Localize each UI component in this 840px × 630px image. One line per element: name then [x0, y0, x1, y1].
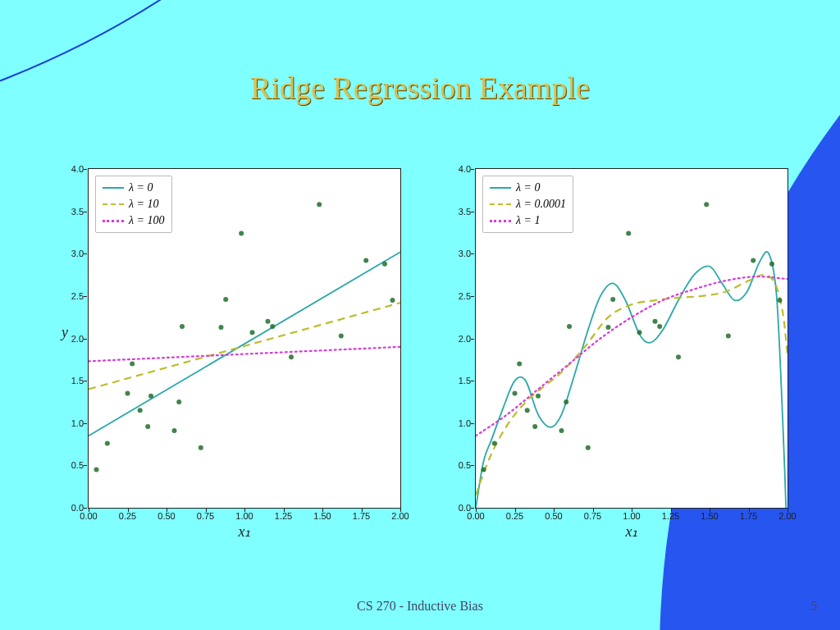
- y-tick-label: 3.5: [71, 207, 84, 217]
- data-point: [363, 258, 368, 263]
- series-line: [89, 303, 400, 389]
- y-tick-label: 0.5: [459, 460, 471, 470]
- data-point: [517, 361, 522, 366]
- x-tick-label: 0.25: [506, 511, 523, 521]
- data-point: [130, 361, 135, 366]
- series-line: [476, 252, 788, 550]
- x-tick-label: 0.75: [197, 511, 214, 521]
- chart-left: y 0.00.51.01.52.02.53.03.54.00.000.250.5…: [45, 164, 408, 550]
- x-tick-label: 1.75: [353, 511, 370, 521]
- data-point: [266, 319, 271, 324]
- x-tick-label: 1.25: [662, 511, 679, 521]
- data-point: [626, 231, 631, 235]
- y-axis-title: y: [62, 324, 68, 341]
- x-tick-label: 1.50: [313, 511, 331, 521]
- data-point: [559, 428, 564, 433]
- data-point: [564, 399, 568, 404]
- data-point: [223, 297, 228, 302]
- y-tick-label: 0.5: [71, 460, 84, 470]
- data-point: [676, 354, 681, 359]
- data-point: [94, 468, 99, 472]
- series-line: [89, 252, 400, 436]
- x-tick-label: 0.50: [545, 511, 562, 521]
- series-line: [476, 276, 788, 436]
- footer-text: CS 270 - Inductive Bias: [0, 599, 840, 614]
- data-point: [606, 325, 611, 330]
- data-point: [382, 262, 387, 267]
- data-point: [199, 445, 203, 450]
- data-point: [148, 394, 153, 399]
- data-point: [513, 391, 518, 396]
- data-point: [586, 445, 591, 450]
- data-point: [657, 324, 662, 329]
- data-point: [610, 297, 615, 302]
- data-point: [145, 424, 150, 429]
- data-point: [105, 441, 110, 446]
- page-title: Ridge Regression Example: [0, 70, 840, 106]
- data-point: [567, 324, 572, 329]
- y-tick-label: 4.0: [71, 164, 84, 174]
- y-tick-label: 2.0: [459, 334, 471, 344]
- data-point: [482, 468, 486, 472]
- chart-right: 0.00.51.01.52.02.53.03.54.00.000.250.500…: [432, 164, 795, 550]
- x-tick-label: 1.25: [275, 511, 292, 521]
- y-tick-label: 2.5: [459, 291, 471, 301]
- data-point: [172, 428, 177, 433]
- legend-right: λ = 0 λ = 0.0001 λ = 1: [482, 176, 573, 233]
- legend-item: λ = 100: [129, 214, 165, 227]
- plot-area-left: 0.00.51.01.52.02.53.03.54.00.000.250.500…: [88, 168, 401, 509]
- x-tick-label: 0.50: [158, 511, 175, 521]
- data-point: [138, 408, 143, 413]
- data-point: [219, 325, 224, 330]
- chart-row: y 0.00.51.01.52.02.53.03.54.00.000.250.5…: [45, 164, 795, 550]
- data-point: [250, 330, 255, 335]
- legend-left: λ = 0 λ = 10 λ = 100: [95, 176, 172, 233]
- y-tick-label: 3.5: [459, 207, 471, 217]
- x-tick-label: 0.00: [467, 511, 484, 521]
- x-tick-label: 1.00: [235, 511, 253, 521]
- data-point: [751, 258, 756, 263]
- x-tick-label: 0.25: [119, 511, 136, 521]
- data-point: [769, 262, 774, 267]
- y-tick-label: 3.0: [459, 249, 471, 258]
- plot-area-right: 0.00.51.01.52.02.53.03.54.00.000.250.500…: [475, 168, 788, 509]
- legend-item: λ = 10: [129, 198, 159, 211]
- x-tick-label: 2.00: [778, 511, 796, 521]
- data-point: [492, 441, 497, 446]
- legend-item: λ = 0.0001: [516, 198, 566, 211]
- data-point: [390, 298, 395, 303]
- x-tick-label: 1.50: [701, 511, 718, 521]
- data-point: [532, 424, 537, 429]
- y-tick-label: 1.0: [71, 418, 84, 428]
- data-point: [317, 202, 322, 207]
- data-point: [270, 324, 275, 329]
- legend-item: λ = 1: [516, 214, 541, 227]
- data-point: [653, 319, 658, 324]
- data-point: [778, 298, 783, 303]
- data-point: [176, 399, 181, 404]
- data-point: [239, 231, 244, 235]
- y-tick-label: 4.0: [459, 164, 471, 174]
- x-tick-label: 1.75: [740, 511, 757, 521]
- data-point: [726, 333, 731, 338]
- data-point: [637, 330, 642, 335]
- data-point: [339, 333, 344, 338]
- y-tick-label: 2.5: [71, 291, 84, 301]
- legend-item: λ = 0: [129, 181, 153, 194]
- data-point: [704, 202, 709, 207]
- x-tick-label: 0.00: [80, 511, 97, 521]
- data-point: [126, 391, 130, 396]
- x-axis-title: x₁: [239, 523, 251, 541]
- data-point: [180, 324, 185, 329]
- y-tick-label: 2.0: [71, 334, 84, 344]
- page-number: 5: [810, 599, 817, 614]
- data-point: [536, 394, 541, 399]
- data-point: [289, 354, 294, 359]
- y-tick-label: 1.5: [71, 376, 84, 386]
- series-line: [89, 347, 400, 362]
- x-tick-label: 2.00: [391, 511, 409, 521]
- series-line: [476, 275, 788, 495]
- x-tick-label: 0.75: [584, 511, 601, 521]
- y-tick-label: 1.0: [459, 418, 471, 428]
- y-tick-label: 1.5: [459, 376, 471, 386]
